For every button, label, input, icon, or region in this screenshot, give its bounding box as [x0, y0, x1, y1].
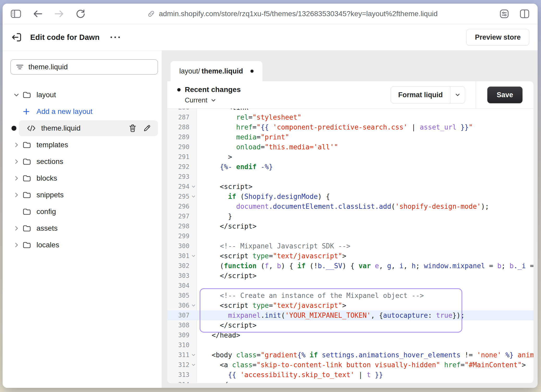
code-line-294[interactable]: 294 <script>	[167, 182, 533, 192]
sidebar-toggle-icon[interactable]	[10, 9, 21, 19]
code-line-286[interactable]: 286 <link	[167, 109, 533, 112]
forward-icon[interactable]	[54, 10, 64, 18]
code-text[interactable]	[197, 172, 533, 182]
line-number[interactable]: 308	[167, 320, 197, 330]
address-bar[interactable]: admin.shopify.com/store/rzq1xu-f5/themes…	[85, 10, 499, 18]
line-number[interactable]: 293	[167, 172, 197, 182]
code-line-304[interactable]: 304	[167, 281, 533, 291]
save-button[interactable]: Save	[487, 87, 522, 103]
code-text[interactable]: href="{{ 'component-predictive-search.cs…	[197, 122, 533, 132]
file-filter-field[interactable]	[10, 59, 158, 75]
chevron-right-icon[interactable]	[13, 192, 20, 198]
chevron-right-icon[interactable]	[13, 158, 20, 165]
line-number[interactable]: 294	[167, 182, 197, 192]
line-number[interactable]: 303	[167, 271, 197, 281]
code-text[interactable]	[197, 231, 533, 241]
code-text[interactable]: <link	[197, 109, 533, 112]
fold-chevron-icon[interactable]	[191, 184, 196, 189]
line-number[interactable]: 307	[167, 310, 197, 320]
line-number[interactable]: 301	[167, 251, 197, 261]
fold-chevron-icon[interactable]	[191, 194, 196, 199]
line-number[interactable]: 291	[167, 152, 197, 162]
code-line-302[interactable]: 302 (function (f, b) { if (!b.__SV) { va…	[167, 261, 533, 271]
sidebar-item-templates[interactable]: templates	[10, 137, 158, 153]
code-line-292[interactable]: 292 {%- endif -%}	[167, 162, 533, 172]
code-text[interactable]: >	[197, 152, 533, 162]
fold-chevron-icon[interactable]	[191, 254, 196, 259]
chevron-right-icon[interactable]	[13, 142, 20, 148]
sidebar-item-snippets[interactable]: snippets	[10, 187, 158, 203]
sidebar-item-blocks[interactable]: blocks	[10, 170, 158, 187]
code-line-300[interactable]: 300 <!-- Mixpanel Javascript SDK -->	[167, 241, 533, 251]
code-text[interactable]: media="print"	[197, 132, 533, 142]
chevron-right-icon[interactable]	[13, 225, 20, 232]
sidebar-item-locales[interactable]: locales	[10, 237, 158, 253]
line-number[interactable]: 289	[167, 132, 197, 142]
line-number[interactable]: 296	[167, 201, 197, 211]
line-number[interactable]: 287	[167, 112, 197, 122]
line-number[interactable]: 290	[167, 142, 197, 152]
fold-chevron-icon[interactable]	[191, 353, 196, 358]
code-line-303[interactable]: 303 </script>	[167, 271, 533, 281]
preview-store-button[interactable]: Preview store	[466, 29, 529, 46]
code-text[interactable]: </script>	[197, 320, 533, 330]
delete-icon[interactable]	[129, 124, 137, 132]
code-line-307[interactable]: 307 mixpanel.init('YOUR_MIXPANEL_TOKEN',…	[167, 310, 533, 320]
code-text[interactable]: </a>	[197, 380, 533, 383]
code-text[interactable]: <script>	[197, 182, 533, 192]
back-icon[interactable]	[33, 10, 43, 18]
code-text[interactable]: </script>	[197, 271, 533, 281]
line-number[interactable]: 295	[167, 192, 197, 201]
code-line-295[interactable]: 295 if (Shopify.designMode) {	[167, 192, 533, 201]
code-text[interactable]: (function (f, b) { if (!b.__SV) { var e,…	[197, 261, 533, 271]
code-line-296[interactable]: 296 document.documentElement.classList.a…	[167, 201, 533, 211]
code-line-308[interactable]: 308 </script>	[167, 320, 533, 330]
code-line-297[interactable]: 297 }	[167, 211, 533, 221]
file-filter-input[interactable]	[28, 63, 152, 71]
code-line-288[interactable]: 288 href="{{ 'component-predictive-searc…	[167, 122, 533, 132]
code-line-293[interactable]: 293	[167, 172, 533, 182]
sidebar-item-layout[interactable]: layout	[10, 87, 158, 103]
line-number[interactable]: 310	[167, 340, 197, 350]
line-number[interactable]: 297	[167, 211, 197, 221]
format-liquid-menu-button[interactable]	[450, 87, 465, 103]
format-liquid-button[interactable]: Format liquid	[391, 87, 450, 103]
code-line-287[interactable]: 287 rel="stylesheet"	[167, 112, 533, 122]
line-number[interactable]: 313	[167, 370, 197, 380]
code-line-310[interactable]: 310	[167, 340, 533, 350]
line-number[interactable]: 312	[167, 360, 197, 370]
code-line-289[interactable]: 289 media="print"	[167, 132, 533, 142]
line-number[interactable]: 292	[167, 162, 197, 172]
delete-file-button[interactable]	[129, 124, 137, 132]
code-text[interactable]: <body class="gradient{% if settings.anim…	[197, 350, 533, 360]
sidebar-item-theme-liquid[interactable]: theme.liquid	[10, 120, 158, 137]
code-line-311[interactable]: 311 <body class="gradient{% if settings.…	[167, 350, 533, 360]
code-line-314[interactable]: 314 </a>	[167, 380, 533, 383]
code-text[interactable]: <a class="skip-to-content-link button vi…	[197, 360, 533, 370]
code-text[interactable]: if (Shopify.designMode) {	[197, 192, 533, 201]
code-text[interactable]	[197, 340, 533, 350]
exit-editor-icon[interactable]	[11, 32, 22, 43]
line-number[interactable]: 288	[167, 122, 197, 132]
line-number[interactable]: 298	[167, 221, 197, 231]
page-settings-icon[interactable]	[499, 9, 509, 19]
code-line-305[interactable]: 305 <!-- Create an instance of the Mixpa…	[167, 291, 533, 301]
code-line-299[interactable]: 299	[167, 231, 533, 241]
code-text[interactable]: <script type="text/javascript">	[197, 301, 533, 310]
line-number[interactable]: 299	[167, 231, 197, 241]
code-line-290[interactable]: 290 onload="this.media='all'"	[167, 142, 533, 152]
rename-file-button[interactable]	[143, 124, 151, 132]
code-text[interactable]: rel="stylesheet"	[197, 112, 533, 122]
version-dropdown[interactable]: Current	[185, 96, 241, 104]
code-text[interactable]: document.documentElement.classList.add('…	[197, 201, 533, 211]
more-actions-icon[interactable]	[110, 36, 120, 38]
fold-chevron-icon[interactable]	[191, 363, 196, 368]
line-number[interactable]: 314	[167, 380, 197, 383]
chevron-right-icon[interactable]	[13, 242, 20, 248]
edit-icon[interactable]	[143, 124, 151, 132]
code-line-309[interactable]: 309 </head>	[167, 330, 533, 340]
tab-layout-theme-liquid[interactable]: layout/theme.liquid	[170, 61, 262, 81]
line-number[interactable]: 311	[167, 350, 197, 360]
code-text[interactable]: </head>	[197, 330, 533, 340]
code-line-313[interactable]: 313 {{ 'accessibility.skip_to_text' | t …	[167, 370, 533, 380]
